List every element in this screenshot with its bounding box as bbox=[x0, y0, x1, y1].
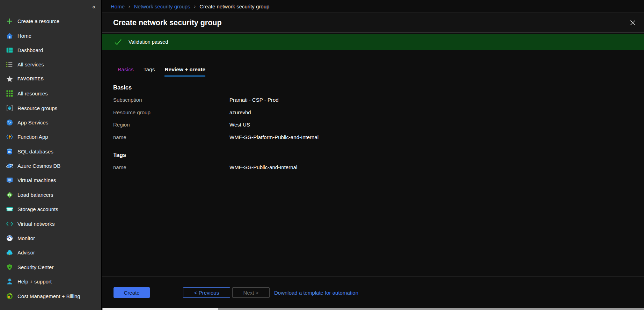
sidebar-item-create-a-resource[interactable]: Create a resource bbox=[0, 14, 101, 28]
all-services-icon bbox=[6, 61, 13, 68]
svg-text:$: $ bbox=[8, 295, 9, 297]
next-button: Next > bbox=[232, 287, 270, 298]
azure-portal-window: « Create a resource Home Dashboard bbox=[0, 0, 644, 310]
storage-accounts-icon bbox=[6, 206, 13, 213]
sidebar-item-function-app[interactable]: Function App bbox=[0, 130, 101, 144]
tab-bar: Basics Tags Review + create bbox=[102, 50, 644, 77]
sidebar-item-sql-databases[interactable]: SQL SQL databases bbox=[0, 144, 101, 159]
sidebar: « Create a resource Home Dashboard bbox=[0, 0, 101, 310]
review-row-region: Region West US bbox=[113, 118, 644, 131]
validation-banner: Validation passed bbox=[102, 34, 644, 50]
star-icon bbox=[6, 75, 13, 83]
cosmos-db-icon bbox=[6, 162, 13, 170]
sidebar-item-app-services[interactable]: App Services bbox=[0, 115, 101, 130]
row-value: West US bbox=[229, 122, 250, 128]
checkmark-icon bbox=[114, 37, 123, 46]
blade-header: Create network security group bbox=[102, 13, 644, 33]
wizard-footer: Create < Previous Next > Download a temp… bbox=[102, 276, 644, 310]
cost-management-icon: $ bbox=[6, 293, 13, 300]
review-row-resource-group: Resource group azurevhd bbox=[113, 106, 644, 119]
row-value: Pramati - CSP - Prod bbox=[229, 97, 279, 103]
review-row-subscription: Subscription Pramati - CSP - Prod bbox=[113, 94, 644, 106]
horizontal-scrollbar-thumb[interactable] bbox=[103, 308, 218, 310]
main-content: Home › Network security groups › Create … bbox=[101, 0, 644, 310]
row-value: WME-SG-Public-and-Internal bbox=[229, 164, 297, 170]
download-template-link[interactable]: Download a template for automation bbox=[274, 290, 358, 296]
breadcrumb-separator-icon: › bbox=[194, 3, 196, 9]
horizontal-scrollbar[interactable] bbox=[102, 308, 644, 310]
breadcrumb-separator-icon: › bbox=[129, 3, 130, 9]
row-label: name bbox=[113, 164, 229, 170]
resource-groups-icon bbox=[6, 104, 13, 112]
app-services-icon bbox=[6, 119, 13, 126]
sidebar-item-azure-cosmos-db[interactable]: Azure Cosmos DB bbox=[0, 159, 101, 173]
help-support-icon bbox=[6, 278, 13, 285]
sidebar-item-cost-management-billing[interactable]: $ Cost Management + Billing bbox=[0, 289, 101, 303]
security-center-icon bbox=[6, 264, 13, 271]
virtual-networks-icon bbox=[6, 220, 13, 228]
dashboard-icon bbox=[6, 46, 13, 54]
breadcrumb: Home › Network security groups › Create … bbox=[102, 0, 644, 13]
function-app-icon bbox=[6, 133, 13, 140]
all-resources-grid-icon bbox=[6, 90, 13, 97]
sidebar-item-help-support[interactable]: Help + support bbox=[0, 274, 101, 289]
sidebar-item-load-balancers[interactable]: Load balancers bbox=[0, 188, 101, 202]
tab-review-create[interactable]: Review + create bbox=[164, 66, 205, 77]
tags-section-heading: Tags bbox=[113, 152, 644, 159]
basics-rows: Subscription Pramati - CSP - Prod Resour… bbox=[113, 94, 644, 143]
sidebar-item-all-resources[interactable]: All resources bbox=[0, 86, 101, 101]
row-value: WME-SG-Platform-Public-and-Internal bbox=[229, 134, 319, 140]
row-label: Resource group bbox=[113, 109, 229, 115]
basics-section-heading: Basics bbox=[113, 84, 644, 92]
sidebar-item-home[interactable]: Home bbox=[0, 28, 101, 43]
row-label: Region bbox=[113, 122, 229, 128]
sidebar-favorites-header: FAVORITES bbox=[0, 72, 101, 86]
breadcrumb-network-security-groups-link[interactable]: Network security groups bbox=[134, 3, 190, 9]
monitor-icon bbox=[6, 235, 13, 242]
advisor-icon bbox=[6, 249, 13, 256]
sidebar-item-dashboard[interactable]: Dashboard bbox=[0, 43, 101, 57]
review-row-name: name WME-SG-Platform-Public-and-Internal bbox=[113, 131, 644, 144]
validation-message: Validation passed bbox=[129, 39, 168, 45]
row-label: name bbox=[113, 134, 229, 140]
sidebar-collapse-button[interactable]: « bbox=[90, 2, 98, 11]
breadcrumb-current-page: Create network security group bbox=[199, 3, 269, 9]
sidebar-item-storage-accounts[interactable]: Storage accounts bbox=[0, 202, 101, 216]
sidebar-item-virtual-machines[interactable]: Virtual machines bbox=[0, 173, 101, 187]
svg-text:SQL: SQL bbox=[8, 151, 12, 153]
review-summary: Basics Subscription Pramati - CSP - Prod… bbox=[102, 84, 644, 174]
row-value: azurevhd bbox=[229, 109, 251, 115]
load-balancers-icon bbox=[6, 191, 13, 199]
tab-basics[interactable]: Basics bbox=[118, 66, 134, 77]
plus-icon bbox=[6, 17, 13, 25]
close-icon[interactable] bbox=[628, 18, 638, 28]
previous-button[interactable]: < Previous bbox=[183, 287, 230, 298]
tags-rows: name WME-SG-Public-and-Internal bbox=[113, 161, 644, 174]
sidebar-item-resource-groups[interactable]: Resource groups bbox=[0, 101, 101, 115]
sidebar-item-all-services[interactable]: All services bbox=[0, 57, 101, 72]
sidebar-nav: Create a resource Home Dashboard All ser… bbox=[0, 14, 101, 303]
sidebar-item-advisor[interactable]: Advisor bbox=[0, 245, 101, 260]
page-title: Create network security group bbox=[113, 19, 628, 27]
tab-tags[interactable]: Tags bbox=[144, 66, 155, 77]
review-row-tag-name: name WME-SG-Public-and-Internal bbox=[113, 161, 644, 174]
sql-databases-icon: SQL bbox=[6, 148, 13, 155]
sidebar-item-security-center[interactable]: Security Center bbox=[0, 260, 101, 274]
sidebar-item-virtual-networks[interactable]: Virtual networks bbox=[0, 216, 101, 231]
sidebar-item-monitor[interactable]: Monitor bbox=[0, 231, 101, 245]
breadcrumb-home-link[interactable]: Home bbox=[111, 3, 125, 9]
create-button[interactable]: Create bbox=[114, 287, 150, 298]
row-label: Subscription bbox=[113, 97, 229, 103]
home-icon bbox=[6, 32, 13, 39]
virtual-machines-icon bbox=[6, 176, 13, 184]
